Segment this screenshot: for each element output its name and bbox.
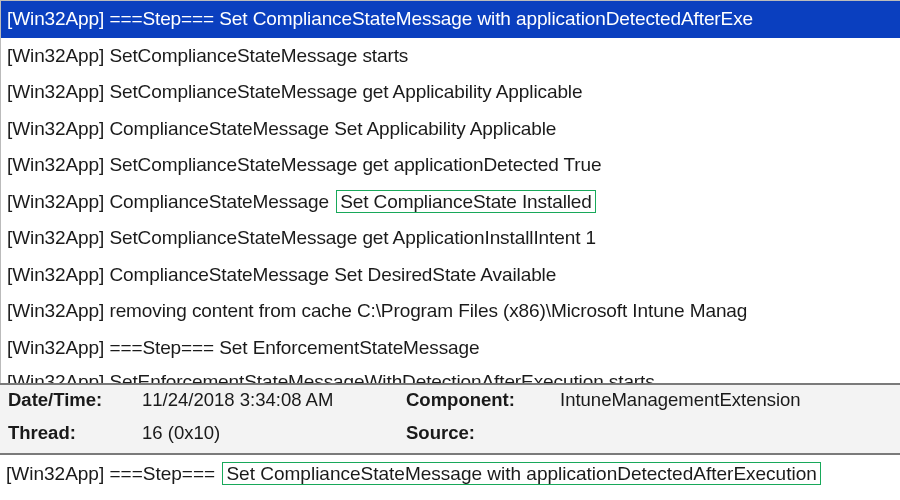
log-line[interactable]: [Win32App] SetComplianceStateMessage get… bbox=[1, 147, 900, 184]
log-line[interactable]: [Win32App] SetComplianceStateMessage sta… bbox=[1, 38, 900, 75]
log-text: [Win32App] ===Step=== Set EnforcementSta… bbox=[7, 337, 480, 358]
component-label: Component: bbox=[406, 389, 556, 418]
log-line[interactable]: [Win32App] ComplianceStateMessage Set De… bbox=[1, 257, 900, 294]
datetime-value: 11/24/2018 3:34:08 AM bbox=[142, 389, 402, 418]
log-line[interactable]: [Win32App] ComplianceStateMessage Set Co… bbox=[1, 184, 900, 221]
preview-pane[interactable]: [Win32App] ===Step=== Set ComplianceStat… bbox=[0, 453, 900, 498]
log-pane[interactable]: [Win32App] ===Step=== Set ComplianceStat… bbox=[0, 0, 900, 383]
source-value bbox=[560, 422, 892, 451]
log-line[interactable]: [Win32App] SetComplianceStateMessage get… bbox=[1, 220, 900, 257]
log-line[interactable]: [Win32App] removing content from cache C… bbox=[1, 293, 900, 330]
log-text: [Win32App] ComplianceStateMessage bbox=[7, 191, 334, 212]
log-line[interactable]: [Win32App] SetEnforcementStateMessageWit… bbox=[1, 366, 900, 383]
preview-prefix: [Win32App] ===Step=== bbox=[6, 463, 220, 484]
datetime-label: Date/Time: bbox=[8, 389, 138, 418]
source-label: Source: bbox=[406, 422, 556, 451]
details-pane: Date/Time: 11/24/2018 3:34:08 AM Compone… bbox=[0, 383, 900, 453]
log-text: [Win32App] ComplianceStateMessage Set De… bbox=[7, 264, 556, 285]
log-line[interactable]: [Win32App] ===Step=== Set ComplianceStat… bbox=[1, 1, 900, 38]
log-line[interactable]: [Win32App] ===Step=== Set EnforcementSta… bbox=[1, 330, 900, 367]
log-text: [Win32App] SetEnforcementStateMessageWit… bbox=[7, 371, 655, 383]
thread-value: 16 (0x10) bbox=[142, 422, 402, 451]
log-text: [Win32App] SetComplianceStateMessage sta… bbox=[7, 45, 408, 66]
highlight-box: Set ComplianceStateMessage with applicat… bbox=[222, 462, 820, 485]
log-line[interactable]: [Win32App] ComplianceStateMessage Set Ap… bbox=[1, 111, 900, 148]
highlight-box: Set ComplianceState Installed bbox=[336, 190, 596, 213]
log-line[interactable]: [Win32App] SetComplianceStateMessage get… bbox=[1, 74, 900, 111]
component-value: IntuneManagementExtension bbox=[560, 389, 892, 418]
log-text: [Win32App] removing content from cache C… bbox=[7, 300, 747, 321]
log-text: [Win32App] ===Step=== Set ComplianceStat… bbox=[7, 8, 753, 29]
thread-label: Thread: bbox=[8, 422, 138, 451]
log-text: [Win32App] SetComplianceStateMessage get… bbox=[7, 81, 582, 102]
log-text: [Win32App] ComplianceStateMessage Set Ap… bbox=[7, 118, 556, 139]
log-text: [Win32App] SetComplianceStateMessage get… bbox=[7, 227, 596, 248]
log-text: [Win32App] SetComplianceStateMessage get… bbox=[7, 154, 601, 175]
